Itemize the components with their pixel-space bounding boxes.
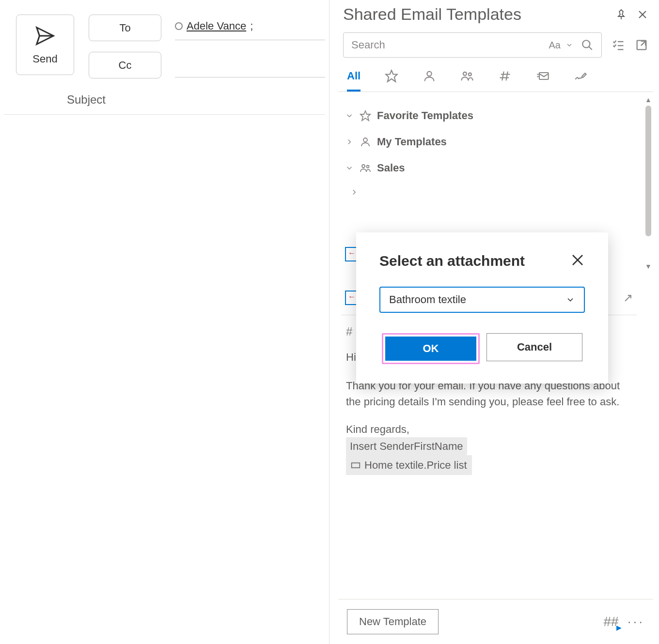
scroll-down-icon[interactable]: ▼ bbox=[645, 262, 652, 270]
tab-all[interactable]: All bbox=[347, 70, 361, 91]
preview-closing: Kind regards, bbox=[346, 421, 628, 437]
to-row: To Adele Vance ; bbox=[89, 15, 325, 41]
address-column: To Adele Vance ; Cc bbox=[89, 15, 325, 78]
ok-highlight: OK bbox=[382, 333, 480, 364]
svg-rect-26 bbox=[352, 463, 360, 468]
modal-title: Select an attachment bbox=[379, 253, 525, 269]
svg-point-12 bbox=[427, 72, 431, 76]
person-icon bbox=[423, 69, 436, 83]
send-label: Send bbox=[32, 53, 57, 65]
attachment-name: Home textile.Price list bbox=[364, 457, 467, 473]
tab-favorites[interactable] bbox=[385, 69, 398, 92]
ok-button[interactable]: OK bbox=[385, 337, 476, 361]
search-row: Aa bbox=[338, 28, 653, 58]
folder-favorites[interactable]: Favorite Templates bbox=[341, 103, 637, 129]
tab-sign[interactable] bbox=[574, 69, 587, 92]
recipient-suffix: ; bbox=[250, 20, 253, 32]
compose-pane: Send To Adele Vance ; Cc Subject bbox=[0, 0, 330, 644]
svg-line-18 bbox=[506, 72, 508, 81]
chevron-right-icon bbox=[345, 138, 354, 146]
cc-button[interactable]: Cc bbox=[89, 52, 161, 78]
to-button[interactable]: To bbox=[89, 15, 161, 41]
pane-title: Shared Email Templates bbox=[343, 5, 521, 24]
scroll-thumb[interactable] bbox=[645, 106, 651, 236]
bottom-actions: ## ▶ ··· bbox=[604, 614, 645, 629]
tab-hash[interactable] bbox=[498, 69, 512, 92]
attachment-modal: Select an attachment Bathroom textile OK… bbox=[356, 232, 608, 383]
select-value: Bathroom textile bbox=[389, 293, 466, 306]
subject-row: Subject bbox=[4, 78, 325, 115]
checklist-icon[interactable] bbox=[612, 38, 625, 52]
svg-line-17 bbox=[502, 72, 504, 81]
tab-my[interactable] bbox=[423, 69, 436, 92]
filter-tabs: All bbox=[338, 58, 653, 92]
svg-point-14 bbox=[469, 73, 471, 76]
modal-actions: OK Cancel bbox=[379, 333, 585, 364]
hash-icon bbox=[498, 69, 512, 83]
chevron-down-icon bbox=[345, 111, 354, 120]
new-template-button[interactable]: New Template bbox=[347, 609, 439, 634]
svg-line-10 bbox=[641, 41, 645, 46]
hash-shortcut-icon[interactable]: ## ▶ bbox=[604, 614, 619, 629]
star-icon bbox=[360, 110, 371, 122]
folder-child[interactable] bbox=[341, 181, 637, 203]
svg-point-23 bbox=[363, 138, 367, 142]
cancel-button[interactable]: Cancel bbox=[486, 333, 582, 361]
attachment-icon bbox=[351, 461, 361, 469]
modal-header: Select an attachment bbox=[379, 253, 585, 269]
recipient-chip[interactable]: Adele Vance bbox=[187, 20, 246, 32]
external-arrow-icon[interactable]: ↗ bbox=[623, 291, 633, 305]
search-box[interactable]: Aa bbox=[343, 32, 602, 58]
compose-header: Send To Adele Vance ; Cc bbox=[4, 15, 325, 78]
popout-icon[interactable] bbox=[635, 38, 648, 52]
scrollbar[interactable]: ▲ ▼ bbox=[644, 96, 652, 270]
mail-send-icon bbox=[536, 69, 549, 83]
people-icon bbox=[360, 162, 371, 174]
chevron-down-icon bbox=[565, 41, 573, 49]
attachment-chip: Home textile.Price list bbox=[346, 455, 472, 475]
folder-label: Favorite Templates bbox=[377, 109, 473, 122]
folder-sales[interactable]: Sales bbox=[341, 155, 637, 181]
modal-close-icon[interactable] bbox=[570, 253, 585, 267]
folder-label: Sales bbox=[377, 162, 405, 174]
subject-label: Subject bbox=[4, 93, 169, 107]
svg-point-24 bbox=[362, 165, 365, 168]
presence-icon bbox=[175, 22, 183, 30]
svg-marker-22 bbox=[361, 111, 370, 121]
tab-mail[interactable] bbox=[536, 69, 549, 92]
person-icon bbox=[360, 136, 371, 148]
signature-icon bbox=[574, 69, 587, 83]
greeting-prefix: Hi bbox=[346, 351, 356, 363]
svg-point-13 bbox=[463, 72, 467, 76]
chevron-down-icon bbox=[345, 164, 354, 172]
svg-line-5 bbox=[589, 46, 592, 50]
play-badge-icon: ▶ bbox=[616, 624, 622, 631]
cc-field[interactable] bbox=[175, 53, 325, 77]
send-icon bbox=[34, 25, 56, 47]
svg-point-25 bbox=[367, 166, 369, 168]
tab-team[interactable] bbox=[460, 69, 474, 92]
attachment-select[interactable]: Bathroom textile bbox=[379, 287, 585, 313]
pin-icon[interactable] bbox=[615, 9, 627, 20]
search-icon[interactable] bbox=[581, 39, 594, 51]
pane-header-actions bbox=[615, 9, 648, 20]
pane-header: Shared Email Templates bbox=[338, 5, 653, 28]
search-input[interactable] bbox=[351, 39, 541, 51]
svg-marker-11 bbox=[386, 70, 397, 81]
folder-my-templates[interactable]: My Templates bbox=[341, 129, 637, 155]
svg-point-4 bbox=[582, 40, 590, 47]
people-icon bbox=[460, 69, 474, 83]
star-icon bbox=[385, 69, 398, 83]
case-toggle[interactable]: Aa bbox=[549, 40, 573, 51]
close-icon[interactable] bbox=[637, 9, 648, 20]
to-field[interactable]: Adele Vance ; bbox=[175, 16, 325, 40]
send-button[interactable]: Send bbox=[16, 15, 74, 75]
folder-label: My Templates bbox=[377, 136, 447, 148]
more-icon[interactable]: ··· bbox=[628, 614, 644, 629]
cc-row: Cc bbox=[89, 52, 325, 78]
chevron-right-icon bbox=[350, 188, 359, 197]
bottom-bar: New Template ## ▶ ··· bbox=[338, 599, 653, 644]
templates-pane: Shared Email Templates Aa bbox=[330, 0, 659, 644]
scroll-up-icon[interactable]: ▲ bbox=[645, 96, 652, 104]
macro-sender-firstname: Insert SenderFirstName bbox=[346, 437, 467, 455]
